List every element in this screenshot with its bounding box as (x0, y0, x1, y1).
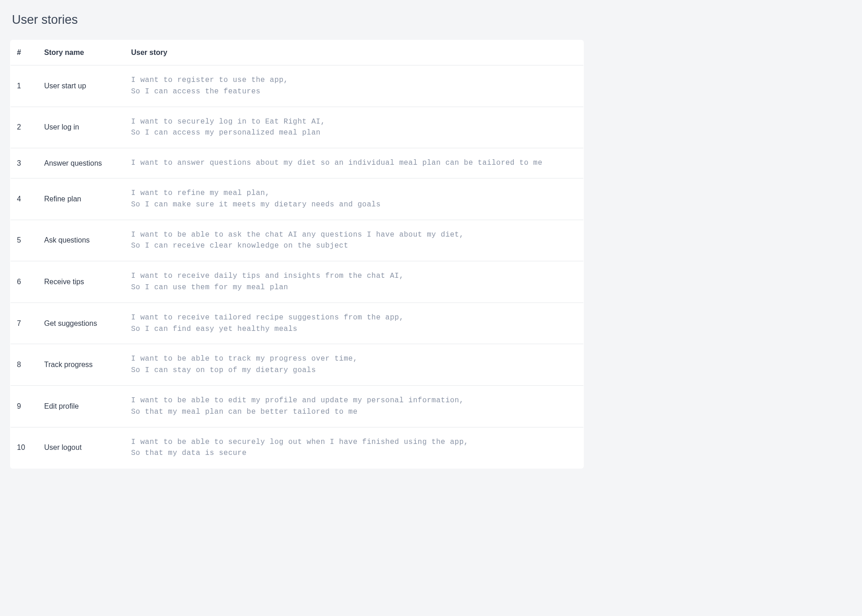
table-header-row: # Story name User story (11, 40, 584, 65)
col-header-story: User story (125, 40, 584, 65)
story-text: I want to be able to track my progress o… (131, 355, 358, 374)
story-name: Track progress (38, 344, 125, 386)
table-row: 7Get suggestionsI want to receive tailor… (11, 303, 584, 344)
story-text: I want to refine my meal plan, So I can … (131, 189, 381, 209)
col-header-number: # (11, 40, 38, 65)
row-number: 6 (11, 261, 38, 303)
col-header-name: Story name (38, 40, 125, 65)
story-name: Receive tips (38, 261, 125, 303)
row-number: 10 (11, 427, 38, 469)
table-row: 3Answer questionsI want to answer questi… (11, 148, 584, 178)
row-number: 2 (11, 107, 38, 148)
story-name: Refine plan (38, 178, 125, 220)
story-text-cell: I want to register to use the app, So I … (125, 65, 584, 107)
table-row: 5Ask questionsI want to be able to ask t… (11, 220, 584, 261)
story-name: Ask questions (38, 220, 125, 261)
table-row: 4Refine planI want to refine my meal pla… (11, 178, 584, 220)
row-number: 5 (11, 220, 38, 261)
table-row: 8Track progressI want to be able to trac… (11, 344, 584, 386)
story-text: I want to register to use the app, So I … (131, 76, 288, 96)
story-text: I want to receive daily tips and insight… (131, 272, 404, 292)
table-row: 6Receive tipsI want to receive daily tip… (11, 261, 584, 303)
row-number: 8 (11, 344, 38, 386)
page-title: User stories (12, 13, 584, 27)
story-name: Edit profile (38, 385, 125, 427)
story-name: User start up (38, 65, 125, 107)
story-name: Get suggestions (38, 303, 125, 344)
row-number: 1 (11, 65, 38, 107)
story-text-cell: I want to securely log in to Eat Right A… (125, 107, 584, 148)
row-number: 9 (11, 385, 38, 427)
story-text: I want to receive tailored recipe sugges… (131, 313, 404, 333)
story-text: I want to answer questions about my diet… (131, 159, 543, 167)
table-row: 9Edit profileI want to be able to edit m… (11, 385, 584, 427)
story-text-cell: I want to receive tailored recipe sugges… (125, 303, 584, 344)
story-text-cell: I want to receive daily tips and insight… (125, 261, 584, 303)
story-text-cell: I want to be able to securely log out wh… (125, 427, 584, 469)
story-name: User log in (38, 107, 125, 148)
story-text-cell: I want to refine my meal plan, So I can … (125, 178, 584, 220)
story-text: I want to be able to ask the chat AI any… (131, 231, 464, 250)
table-row: 2User log inI want to securely log in to… (11, 107, 584, 148)
user-stories-table: # Story name User story 1User start upI … (10, 40, 584, 469)
story-name: Answer questions (38, 148, 125, 178)
story-text: I want to be able to securely log out wh… (131, 438, 469, 458)
story-name: User logout (38, 427, 125, 469)
row-number: 4 (11, 178, 38, 220)
row-number: 7 (11, 303, 38, 344)
story-text: I want to be able to edit my profile and… (131, 396, 464, 416)
row-number: 3 (11, 148, 38, 178)
story-text: I want to securely log in to Eat Right A… (131, 118, 325, 137)
table-row: 1User start upI want to register to use … (11, 65, 584, 107)
story-text-cell: I want to be able to track my progress o… (125, 344, 584, 386)
story-text-cell: I want to be able to edit my profile and… (125, 385, 584, 427)
story-text-cell: I want to answer questions about my diet… (125, 148, 584, 178)
table-row: 10User logoutI want to be able to secure… (11, 427, 584, 469)
story-text-cell: I want to be able to ask the chat AI any… (125, 220, 584, 261)
